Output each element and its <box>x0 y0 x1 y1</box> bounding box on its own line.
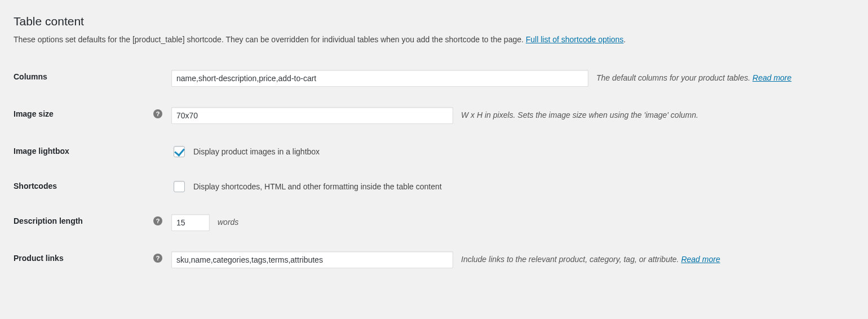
image-size-help: W x H in pixels. Sets the image size whe… <box>461 107 849 119</box>
shortcodes-label: Shortcodes <box>14 181 57 190</box>
product-links-label: Product links <box>14 254 64 263</box>
settings-form-table: Columns The default columns for your pro… <box>14 60 854 278</box>
row-image-size: Image size ? W x H in pixels. Sets the i… <box>14 97 854 134</box>
row-product-links: Product links ? Include links to the rel… <box>14 241 854 278</box>
section-description-text: These options set defaults for the [prod… <box>14 35 526 44</box>
description-length-unit: words <box>218 214 238 227</box>
help-icon[interactable]: ? <box>153 216 162 225</box>
product-links-input[interactable] <box>171 251 453 268</box>
shortcode-options-link[interactable]: Full list of shortcode options <box>526 35 624 44</box>
image-size-label: Image size <box>14 109 54 118</box>
help-icon[interactable]: ? <box>153 109 162 118</box>
description-length-input[interactable] <box>171 214 210 231</box>
image-size-input[interactable] <box>171 107 453 124</box>
columns-input[interactable] <box>171 70 588 87</box>
shortcodes-checkbox[interactable] <box>174 181 185 192</box>
columns-label: Columns <box>14 72 47 81</box>
row-image-lightbox: Image lightbox Display product images in… <box>14 134 854 169</box>
columns-read-more-link[interactable]: Read more <box>752 73 791 82</box>
section-description: These options set defaults for the [prod… <box>14 35 854 44</box>
image-lightbox-checkbox-label: Display product images in a lightbox <box>193 147 320 156</box>
description-length-label: Description length <box>14 216 83 225</box>
product-links-read-more-link[interactable]: Read more <box>681 255 720 264</box>
product-links-help: Include links to the relevant product, c… <box>461 251 849 264</box>
help-icon[interactable]: ? <box>153 254 162 263</box>
image-lightbox-option[interactable]: Display product images in a lightbox <box>171 144 849 159</box>
row-description-length: Description length ? words <box>14 204 854 241</box>
row-shortcodes: Shortcodes Display shortcodes, HTML and … <box>14 169 854 204</box>
settings-section: Table content These options set defaults… <box>0 0 868 295</box>
shortcodes-checkbox-label: Display shortcodes, HTML and other forma… <box>193 182 442 191</box>
shortcodes-option[interactable]: Display shortcodes, HTML and other forma… <box>171 179 849 194</box>
columns-help: The default columns for your product tab… <box>596 70 849 82</box>
row-columns: Columns The default columns for your pro… <box>14 60 854 97</box>
image-lightbox-label: Image lightbox <box>14 147 69 156</box>
image-lightbox-checkbox[interactable] <box>174 146 185 157</box>
section-title: Table content <box>14 15 854 28</box>
